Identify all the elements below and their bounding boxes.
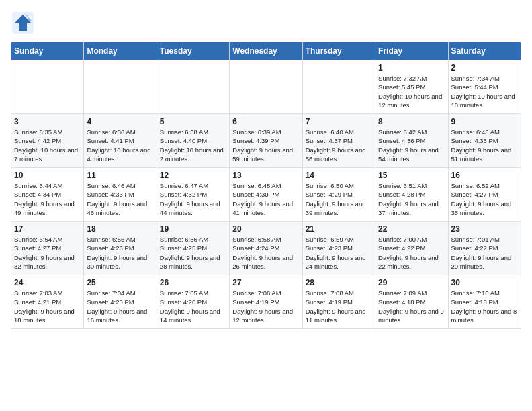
day-info: Sunrise: 7:10 AM Sunset: 4:18 PM Dayligh… [451, 289, 518, 324]
day-number: 30 [451, 278, 518, 287]
calendar-cell: 7Sunrise: 6:40 AM Sunset: 4:37 PM Daylig… [302, 114, 375, 168]
day-info: Sunrise: 6:43 AM Sunset: 4:35 PM Dayligh… [451, 128, 518, 163]
calendar-cell: 6Sunrise: 6:39 AM Sunset: 4:39 PM Daylig… [230, 114, 302, 168]
day-number: 4 [87, 117, 153, 126]
day-number: 26 [160, 278, 226, 287]
day-info: Sunrise: 6:35 AM Sunset: 4:42 PM Dayligh… [14, 128, 81, 163]
day-info: Sunrise: 6:55 AM Sunset: 4:26 PM Dayligh… [87, 235, 153, 271]
day-number: 6 [232, 117, 299, 126]
calendar-cell: 25Sunrise: 7:04 AM Sunset: 4:20 PM Dayli… [84, 275, 157, 329]
day-info: Sunrise: 6:39 AM Sunset: 4:39 PM Dayligh… [232, 128, 299, 163]
day-number: 17 [14, 224, 81, 234]
day-number: 7 [306, 117, 372, 126]
day-info: Sunrise: 7:06 AM Sunset: 4:19 PM Dayligh… [232, 289, 299, 324]
calendar-cell: 26Sunrise: 7:05 AM Sunset: 4:20 PM Dayli… [157, 275, 229, 329]
weekday-header-friday: Friday [375, 42, 448, 60]
calendar-cell: 14Sunrise: 6:50 AM Sunset: 4:29 PM Dayli… [302, 168, 375, 222]
day-number: 25 [87, 278, 153, 287]
day-info: Sunrise: 7:00 AM Sunset: 4:22 PM Dayligh… [378, 235, 445, 271]
day-info: Sunrise: 6:52 AM Sunset: 4:27 PM Dayligh… [451, 181, 518, 217]
weekday-header-wednesday: Wednesday [230, 42, 302, 60]
day-info: Sunrise: 6:44 AM Sunset: 4:34 PM Dayligh… [14, 181, 81, 217]
calendar-cell: 27Sunrise: 7:06 AM Sunset: 4:19 PM Dayli… [230, 275, 302, 329]
day-info: Sunrise: 7:32 AM Sunset: 5:45 PM Dayligh… [378, 74, 445, 109]
day-info: Sunrise: 6:46 AM Sunset: 4:33 PM Dayligh… [87, 181, 153, 217]
day-number: 28 [306, 278, 372, 287]
day-number: 12 [160, 171, 226, 180]
calendar-cell: 11Sunrise: 6:46 AM Sunset: 4:33 PM Dayli… [84, 168, 157, 222]
day-info: Sunrise: 6:40 AM Sunset: 4:37 PM Dayligh… [306, 128, 372, 163]
calendar-cell: 2Sunrise: 7:34 AM Sunset: 5:44 PM Daylig… [448, 60, 521, 114]
day-number: 10 [14, 171, 81, 180]
day-number: 29 [378, 278, 445, 287]
calendar-cell: 12Sunrise: 6:47 AM Sunset: 4:32 PM Dayli… [157, 168, 229, 222]
calendar-cell: 10Sunrise: 6:44 AM Sunset: 4:34 PM Dayli… [11, 168, 84, 222]
day-info: Sunrise: 6:47 AM Sunset: 4:32 PM Dayligh… [160, 181, 226, 217]
week-row-2: 10Sunrise: 6:44 AM Sunset: 4:34 PM Dayli… [11, 168, 521, 222]
weekday-header-thursday: Thursday [302, 42, 375, 60]
calendar-cell: 15Sunrise: 6:51 AM Sunset: 4:28 PM Dayli… [375, 168, 448, 222]
day-number: 19 [160, 224, 226, 234]
calendar-cell: 9Sunrise: 6:43 AM Sunset: 4:35 PM Daylig… [448, 114, 521, 168]
week-row-0: 1Sunrise: 7:32 AM Sunset: 5:45 PM Daylig… [11, 60, 521, 114]
calendar-cell: 28Sunrise: 7:08 AM Sunset: 4:19 PM Dayli… [302, 275, 375, 329]
day-info: Sunrise: 6:36 AM Sunset: 4:41 PM Dayligh… [87, 128, 153, 163]
day-info: Sunrise: 6:54 AM Sunset: 4:27 PM Dayligh… [14, 235, 81, 271]
day-number: 13 [232, 171, 299, 180]
calendar-body: 1Sunrise: 7:32 AM Sunset: 5:45 PM Daylig… [11, 60, 521, 329]
calendar-cell: 21Sunrise: 6:59 AM Sunset: 4:23 PM Dayli… [302, 222, 375, 275]
calendar-table: SundayMondayTuesdayWednesdayThursdayFrid… [11, 42, 521, 329]
calendar-cell: 18Sunrise: 6:55 AM Sunset: 4:26 PM Dayli… [84, 222, 157, 275]
header [11, 11, 521, 35]
calendar-cell: 19Sunrise: 6:56 AM Sunset: 4:25 PM Dayli… [157, 222, 229, 275]
calendar-cell [157, 60, 229, 114]
day-number: 27 [232, 278, 299, 287]
calendar-cell: 30Sunrise: 7:10 AM Sunset: 4:18 PM Dayli… [448, 275, 521, 329]
calendar-cell: 17Sunrise: 6:54 AM Sunset: 4:27 PM Dayli… [11, 222, 84, 275]
day-info: Sunrise: 6:48 AM Sunset: 4:30 PM Dayligh… [232, 181, 299, 217]
day-number: 16 [451, 171, 518, 180]
day-number: 14 [306, 171, 372, 180]
calendar-cell [11, 60, 84, 114]
day-number: 2 [451, 63, 518, 73]
day-info: Sunrise: 6:38 AM Sunset: 4:40 PM Dayligh… [160, 128, 226, 163]
day-info: Sunrise: 7:08 AM Sunset: 4:19 PM Dayligh… [306, 289, 372, 324]
day-info: Sunrise: 6:42 AM Sunset: 4:36 PM Dayligh… [378, 128, 445, 163]
week-row-3: 17Sunrise: 6:54 AM Sunset: 4:27 PM Dayli… [11, 222, 521, 275]
week-row-1: 3Sunrise: 6:35 AM Sunset: 4:42 PM Daylig… [11, 114, 521, 168]
day-number: 9 [451, 117, 518, 126]
week-row-4: 24Sunrise: 7:03 AM Sunset: 4:21 PM Dayli… [11, 275, 521, 329]
logo [11, 11, 38, 35]
day-number: 5 [160, 117, 226, 126]
calendar-cell: 4Sunrise: 6:36 AM Sunset: 4:41 PM Daylig… [84, 114, 157, 168]
day-number: 22 [378, 224, 445, 234]
weekday-header-monday: Monday [84, 42, 157, 60]
calendar-cell: 20Sunrise: 6:58 AM Sunset: 4:24 PM Dayli… [230, 222, 302, 275]
calendar-cell: 8Sunrise: 6:42 AM Sunset: 4:36 PM Daylig… [375, 114, 448, 168]
day-number: 23 [451, 224, 518, 234]
calendar-cell: 3Sunrise: 6:35 AM Sunset: 4:42 PM Daylig… [11, 114, 84, 168]
day-info: Sunrise: 6:51 AM Sunset: 4:28 PM Dayligh… [378, 181, 445, 217]
calendar-cell [230, 60, 302, 114]
calendar-header: SundayMondayTuesdayWednesdayThursdayFrid… [11, 42, 521, 60]
day-info: Sunrise: 7:09 AM Sunset: 4:18 PM Dayligh… [378, 289, 445, 324]
day-number: 18 [87, 224, 153, 234]
day-number: 8 [378, 117, 445, 126]
day-info: Sunrise: 6:58 AM Sunset: 4:24 PM Dayligh… [232, 235, 299, 271]
calendar-cell [84, 60, 157, 114]
weekday-header-row: SundayMondayTuesdayWednesdayThursdayFrid… [11, 42, 521, 60]
day-info: Sunrise: 6:56 AM Sunset: 4:25 PM Dayligh… [160, 235, 226, 271]
day-number: 1 [378, 63, 445, 73]
day-number: 11 [87, 171, 153, 180]
day-number: 15 [378, 171, 445, 180]
day-info: Sunrise: 6:50 AM Sunset: 4:29 PM Dayligh… [306, 181, 372, 217]
day-info: Sunrise: 7:03 AM Sunset: 4:21 PM Dayligh… [14, 289, 81, 324]
day-info: Sunrise: 6:59 AM Sunset: 4:23 PM Dayligh… [306, 235, 372, 271]
calendar-cell: 16Sunrise: 6:52 AM Sunset: 4:27 PM Dayli… [448, 168, 521, 222]
day-number: 24 [14, 278, 81, 287]
day-info: Sunrise: 7:05 AM Sunset: 4:20 PM Dayligh… [160, 289, 226, 324]
day-number: 20 [232, 224, 299, 234]
calendar-cell: 29Sunrise: 7:09 AM Sunset: 4:18 PM Dayli… [375, 275, 448, 329]
weekday-header-saturday: Saturday [448, 42, 521, 60]
weekday-header-sunday: Sunday [11, 42, 84, 60]
